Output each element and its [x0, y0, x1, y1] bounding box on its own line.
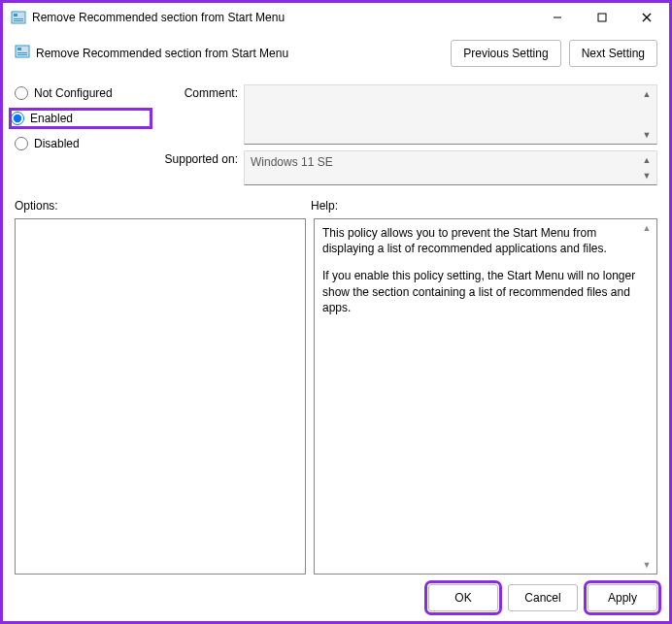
radio-not-configured-label: Not Configured — [34, 86, 113, 100]
radio-not-configured-input[interactable] — [15, 86, 28, 100]
supported-on-value: Windows 11 SE — [251, 155, 333, 169]
radio-enabled[interactable]: Enabled — [11, 110, 151, 127]
state-radio-group: Not Configured Enabled Disabled — [15, 84, 151, 185]
minimize-button[interactable] — [535, 3, 580, 32]
scroll-up-icon[interactable]: ▲ — [639, 153, 655, 167]
options-label: Options: — [15, 199, 311, 213]
setting-name: Remove Recommended section from Start Me… — [36, 47, 288, 60]
scroll-down-icon[interactable]: ▼ — [639, 169, 655, 182]
policy-icon — [11, 10, 26, 25]
previous-setting-button[interactable]: Previous Setting — [451, 40, 560, 67]
radio-disabled[interactable]: Disabled — [15, 137, 151, 150]
svg-rect-11 — [17, 54, 27, 55]
scroll-up-icon[interactable]: ▲ — [639, 87, 655, 101]
help-text-p2: If you enable this policy setting, the S… — [322, 268, 649, 315]
close-button[interactable] — [624, 3, 669, 32]
comment-input[interactable]: ▲ ▼ — [244, 84, 657, 145]
window-controls — [535, 3, 669, 32]
policy-icon — [15, 44, 30, 62]
svg-rect-5 — [598, 14, 606, 21]
options-pane — [15, 218, 306, 575]
help-pane: This policy allows you to prevent the St… — [314, 218, 657, 575]
svg-rect-0 — [12, 12, 25, 23]
svg-rect-8 — [16, 46, 29, 57]
comment-label: Comment: — [158, 84, 238, 100]
svg-rect-3 — [14, 20, 23, 21]
svg-rect-2 — [14, 18, 23, 19]
window-title: Remove Recommended section from Start Me… — [32, 11, 535, 24]
supported-on-label: Supported on: — [158, 150, 238, 166]
ok-button[interactable]: OK — [428, 584, 498, 611]
svg-rect-10 — [17, 52, 27, 53]
radio-disabled-label: Disabled — [34, 137, 80, 150]
svg-rect-1 — [14, 14, 17, 16]
svg-rect-9 — [17, 48, 21, 50]
radio-enabled-input[interactable] — [11, 112, 24, 125]
help-label: Help: — [311, 199, 657, 213]
scroll-down-icon[interactable]: ▼ — [639, 128, 655, 142]
next-setting-button[interactable]: Next Setting — [569, 40, 657, 67]
scroll-up-icon[interactable]: ▲ — [639, 221, 655, 235]
titlebar: Remove Recommended section from Start Me… — [3, 3, 669, 32]
scroll-down-icon[interactable]: ▼ — [639, 558, 655, 572]
maximize-button[interactable] — [580, 3, 624, 32]
help-text-p1: This policy allows you to prevent the St… — [322, 225, 649, 256]
radio-disabled-input[interactable] — [15, 137, 28, 150]
apply-button[interactable]: Apply — [588, 584, 657, 611]
cancel-button[interactable]: Cancel — [508, 584, 578, 611]
radio-enabled-label: Enabled — [30, 112, 73, 125]
supported-on-value-box: Windows 11 SE ▲ ▼ — [244, 150, 657, 185]
radio-not-configured[interactable]: Not Configured — [15, 86, 151, 100]
window: Remove Recommended section from Start Me… — [0, 0, 672, 624]
